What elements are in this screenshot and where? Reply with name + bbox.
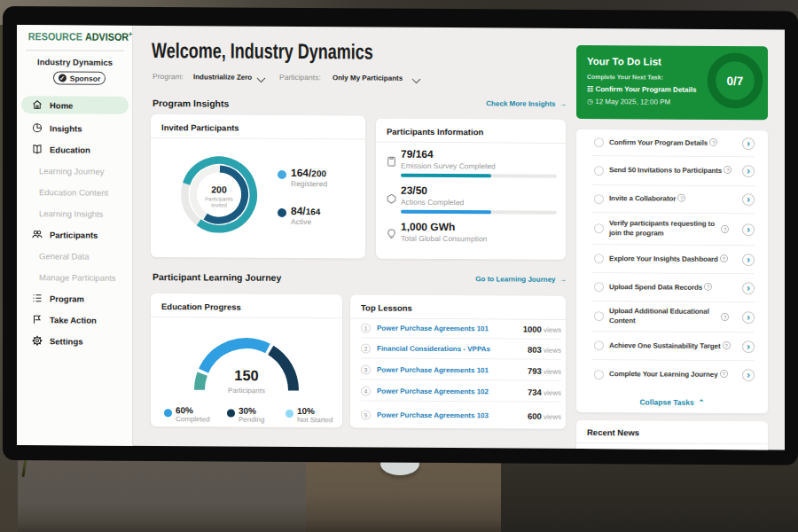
svg-text:Invited: Invited [211,202,227,207]
svg-text:200: 200 [211,184,227,194]
svg-text:150: 150 [234,367,259,383]
svg-text:Participants: Participants [205,196,232,201]
svg-text:0/7: 0/7 [727,74,744,88]
svg-text:Participants: Participants [228,387,265,395]
